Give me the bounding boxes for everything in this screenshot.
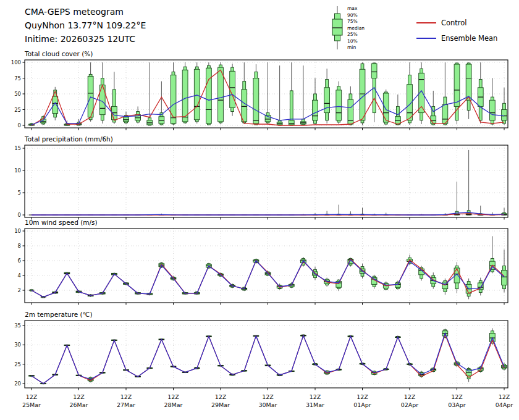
svg-text:15: 15 [14, 145, 21, 151]
svg-text:50: 50 [14, 91, 21, 97]
svg-text:12Z: 12Z [310, 393, 321, 400]
temp-boxplots [29, 328, 507, 384]
svg-text:30Mar: 30Mar [258, 401, 277, 408]
svg-text:12Z: 12Z [215, 393, 227, 400]
precip-title: Total precipitation (mm/6h) [24, 135, 113, 143]
svg-text:2: 2 [18, 287, 21, 293]
panel-cloud: Total cloud cover (%)0255075100 [11, 50, 508, 130]
svg-text:30: 30 [14, 342, 21, 348]
precip-ensemble-mean-line [32, 212, 504, 215]
svg-text:25: 25 [14, 361, 21, 368]
svg-text:20: 20 [14, 380, 21, 387]
svg-text:25: 25 [14, 107, 21, 113]
svg-text:12Z: 12Z [262, 393, 274, 400]
meteogram-chart: Total cloud cover (%)0255075100Total pre… [0, 0, 519, 420]
svg-text:6: 6 [18, 258, 21, 264]
svg-text:8: 8 [18, 243, 21, 249]
svg-text:10: 10 [14, 228, 21, 234]
svg-text:12Z: 12Z [26, 393, 38, 400]
svg-text:25Mar: 25Mar [22, 401, 41, 408]
svg-text:0: 0 [18, 212, 21, 218]
svg-text:75: 75 [14, 75, 21, 82]
svg-text:12Z: 12Z [120, 393, 132, 400]
svg-text:12Z: 12Z [499, 393, 510, 400]
svg-text:29Mar: 29Mar [211, 401, 230, 408]
temp-title: 2m temperature (℃) [25, 311, 93, 318]
meteogram-figure: CMA-GEPS meteogram QuyNhon 13.77°N 109.2… [0, 0, 519, 420]
svg-text:12Z: 12Z [167, 393, 179, 400]
svg-text:5: 5 [18, 190, 21, 196]
svg-text:31Mar: 31Mar [306, 401, 324, 408]
wind-title: 10m wind speed (m/s) [25, 219, 98, 226]
svg-text:03Apr: 03Apr [448, 401, 466, 408]
cloud-title: Total cloud cover (%) [24, 50, 93, 57]
x-axis-labels: 12Z25Mar12Z26Mar12Z27Mar12Z28Mar12Z29Mar… [22, 393, 513, 408]
svg-text:12Z: 12Z [404, 393, 416, 400]
svg-text:4: 4 [18, 272, 21, 279]
temp-control-line [32, 334, 504, 384]
svg-text:12Z: 12Z [451, 393, 463, 400]
panel-precip: Total precipitation (mm/6h)051015 [14, 135, 508, 220]
svg-text:01Apr: 01Apr [353, 401, 371, 408]
svg-text:26Mar: 26Mar [69, 401, 88, 408]
svg-text:02Apr: 02Apr [401, 401, 419, 408]
svg-text:10: 10 [14, 167, 21, 174]
svg-text:100: 100 [11, 59, 21, 65]
panel-temp: 2m temperature (℃)20253035 [14, 311, 508, 390]
svg-text:04Apr: 04Apr [496, 401, 513, 408]
svg-text:35: 35 [14, 322, 21, 329]
panel-wind: 10m wind speed (m/s)246810 [14, 219, 508, 305]
svg-text:0: 0 [18, 122, 21, 128]
svg-text:28Mar: 28Mar [164, 401, 182, 408]
svg-text:27Mar: 27Mar [117, 401, 135, 408]
svg-text:12Z: 12Z [73, 393, 85, 400]
svg-text:12Z: 12Z [357, 393, 368, 400]
